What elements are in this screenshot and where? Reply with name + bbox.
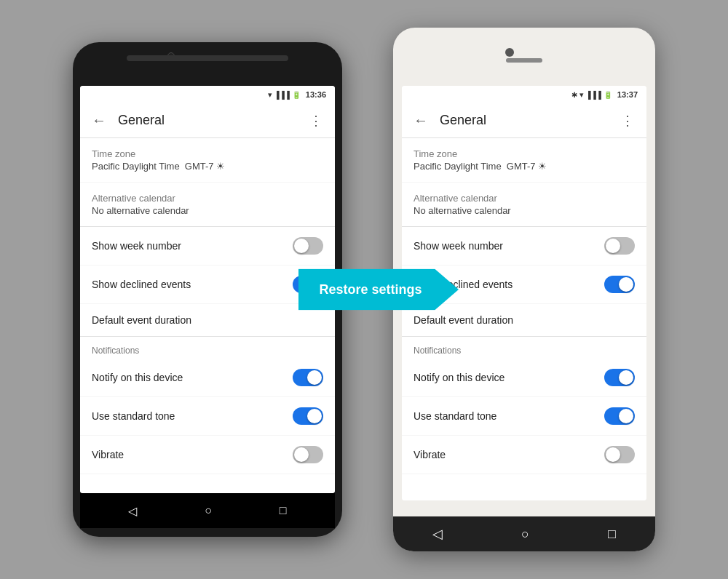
signal-icon-2: ▐▐▐ — [586, 91, 601, 99]
home-nav-2[interactable]: ○ — [521, 527, 529, 542]
standard-tone-label-1: Use standard tone — [92, 410, 175, 422]
status-icons-2: ✱ ▾ ▐▐▐ 🔋 13:37 — [571, 90, 638, 100]
timezone-item-1[interactable]: Time zone Pacific Daylight Time GMT-7 ☀ — [80, 138, 335, 183]
notifications-header-2: Notifications — [402, 337, 646, 359]
alt-calendar-value-2: No alternative calendar — [414, 205, 635, 216]
notify-device-label-1: Notify on this device — [92, 372, 183, 383]
recent-nav-2[interactable]: □ — [608, 527, 616, 542]
back-nav-2[interactable]: ◁ — [432, 526, 443, 542]
alt-calendar-value-1: No alternative calendar — [92, 205, 323, 216]
notifications-header-1: Notifications — [80, 337, 335, 359]
time-2: 13:37 — [617, 90, 638, 99]
settings-list-2: Time zone Pacific Daylight Time GMT-7 ☀ … — [402, 138, 646, 500]
standard-tone-toggle-2[interactable] — [604, 407, 635, 425]
vibrate-label-2: Vibrate — [414, 449, 446, 460]
recent-nav-1[interactable]: □ — [280, 504, 287, 517]
app-title-2: General — [434, 113, 614, 128]
show-week-number-label-1: Show week number — [92, 240, 181, 252]
phones-wrapper: ▾ ▐▐▐ 🔋 13:36 ← General ⋮ Time zone Paci… — [73, 28, 655, 551]
battery-icon-1: 🔋 — [292, 91, 301, 99]
settings-list-1: Time zone Pacific Daylight Time GMT-7 ☀ … — [80, 138, 335, 493]
notify-device-toggle-2[interactable] — [604, 369, 635, 386]
status-icons-1: ▾ ▐▐▐ 🔋 13:36 — [268, 90, 326, 100]
more-button-1[interactable]: ⋮ — [303, 108, 329, 134]
signal-icon-1: ▐▐▐ — [274, 91, 290, 99]
status-bar-1: ▾ ▐▐▐ 🔋 13:36 — [80, 86, 335, 103]
alt-calendar-label-1: Alternative calendar — [92, 193, 323, 204]
show-declined-label-1: Show declined events — [92, 279, 191, 290]
timezone-value-1: Pacific Daylight Time GMT-7 ☀ — [92, 161, 323, 172]
timezone-label-2: Time zone — [414, 148, 635, 159]
back-nav-1[interactable]: ◁ — [128, 504, 137, 518]
vibrate-toggle-1[interactable] — [293, 446, 323, 463]
wifi-icon-1: ▾ — [268, 90, 272, 100]
show-week-number-label-2: Show week number — [414, 240, 503, 252]
app-bar-2: ← General ⋮ — [402, 103, 646, 138]
app-title-1: General — [112, 113, 303, 128]
standard-tone-item-2[interactable]: Use standard tone — [402, 397, 646, 436]
notify-device-item-1[interactable]: Notify on this device — [80, 359, 335, 397]
vibrate-toggle-2[interactable] — [604, 446, 635, 463]
show-declined-toggle-2[interactable] — [604, 276, 635, 293]
timezone-label-1: Time zone — [92, 148, 323, 159]
nav-bar-2: ◁ ○ □ — [393, 516, 655, 551]
show-week-number-toggle-1[interactable] — [293, 237, 323, 255]
back-button-1[interactable]: ← — [86, 108, 112, 134]
vibrate-item-1[interactable]: Vibrate — [80, 436, 335, 474]
time-1: 13:36 — [306, 90, 326, 99]
status-bar-2: ✱ ▾ ▐▐▐ 🔋 13:37 — [402, 86, 646, 103]
vibrate-item-2[interactable]: Vibrate — [402, 436, 646, 474]
timezone-value-2: Pacific Daylight Time GMT-7 ☀ — [414, 161, 635, 172]
front-camera-white — [505, 48, 514, 57]
alt-calendar-item-2[interactable]: Alternative calendar No alternative cale… — [402, 183, 646, 227]
show-week-number-item-2[interactable]: Show week number — [402, 227, 646, 265]
show-declined-item-1[interactable]: Show declined events — [80, 265, 335, 304]
alt-calendar-label-2: Alternative calendar — [414, 193, 635, 204]
standard-tone-label-2: Use standard tone — [414, 410, 496, 422]
arrow-label: Restore settings — [298, 269, 459, 311]
default-duration-label-1: Default event duration — [92, 314, 323, 326]
show-week-number-item-1[interactable]: Show week number — [80, 227, 335, 265]
timezone-item-2[interactable]: Time zone Pacific Daylight Time GMT-7 ☀ — [402, 138, 646, 183]
default-duration-label-2: Default event duration — [414, 314, 635, 326]
notify-device-item-2[interactable]: Notify on this device — [402, 359, 646, 397]
speaker-black — [127, 55, 288, 61]
more-button-2[interactable]: ⋮ — [614, 108, 641, 134]
back-button-2[interactable]: ← — [408, 108, 434, 134]
default-duration-item-1[interactable]: Default event duration — [80, 304, 335, 337]
standard-tone-toggle-1[interactable] — [293, 407, 323, 425]
vibrate-label-1: Vibrate — [92, 449, 124, 460]
app-bar-1: ← General ⋮ — [80, 103, 335, 138]
notify-device-toggle-1[interactable] — [293, 369, 323, 386]
alt-calendar-item-1[interactable]: Alternative calendar No alternative cale… — [80, 183, 335, 227]
speaker-white — [506, 58, 542, 63]
home-nav-1[interactable]: ○ — [205, 504, 212, 517]
battery-icon-2: 🔋 — [604, 91, 612, 99]
standard-tone-item-1[interactable]: Use standard tone — [80, 397, 335, 436]
restore-settings-banner[interactable]: Restore settings — [298, 269, 459, 311]
screen-black: ▾ ▐▐▐ 🔋 13:36 ← General ⋮ Time zone Paci… — [80, 86, 335, 493]
notify-device-label-2: Notify on this device — [414, 372, 505, 383]
show-week-number-toggle-2[interactable] — [604, 237, 635, 255]
bluetooth-icon-2: ✱ — [571, 91, 577, 99]
wifi-icon-2: ▾ — [579, 90, 584, 100]
nav-bar-1: ◁ ○ □ — [80, 493, 335, 528]
